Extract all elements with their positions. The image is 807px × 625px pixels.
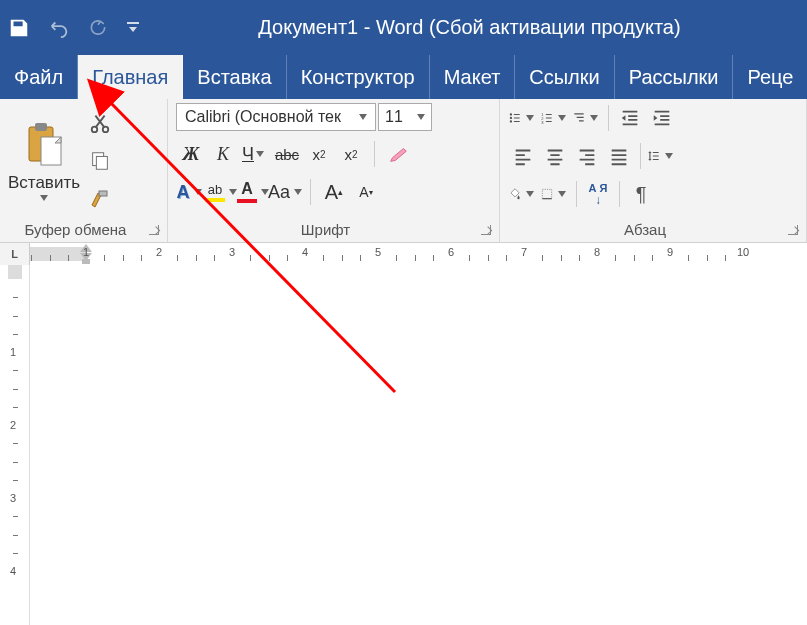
paragraph-launcher-icon[interactable] — [788, 225, 798, 235]
svg-text:3: 3 — [541, 120, 544, 125]
svg-rect-7 — [96, 156, 107, 169]
qat-customize-icon[interactable] — [126, 21, 140, 35]
tab-references[interactable]: Ссылки — [515, 55, 614, 99]
svg-point-9 — [510, 113, 512, 115]
paste-label: Вставить — [8, 173, 80, 193]
svg-point-4 — [92, 127, 98, 133]
clear-formatting-icon[interactable] — [383, 139, 413, 169]
chevron-down-icon — [294, 189, 302, 195]
chevron-down-icon — [40, 195, 48, 201]
tab-file[interactable]: Файл — [0, 55, 78, 99]
svg-point-5 — [103, 127, 109, 133]
ribbon: Вставить Буфер обмена — [0, 99, 807, 243]
tab-design[interactable]: Конструктор — [287, 55, 430, 99]
line-spacing-button[interactable] — [647, 141, 677, 171]
chevron-down-icon — [590, 115, 598, 121]
change-case-button[interactable]: Aa — [272, 177, 302, 207]
tab-mailings[interactable]: Рассылки — [615, 55, 734, 99]
clipboard-launcher-icon[interactable] — [149, 225, 159, 235]
svg-point-11 — [510, 120, 512, 122]
document-area: 1234 — [0, 265, 807, 625]
font-launcher-icon[interactable] — [481, 225, 491, 235]
paste-button[interactable]: Вставить — [8, 103, 80, 218]
group-font: Calibri (Основной тек 11 Ж К Ч abc x2 x2 — [168, 99, 500, 242]
justify-button[interactable] — [604, 141, 634, 171]
title-bar: Документ1 - Word (Сбой активации продукт… — [0, 0, 807, 55]
chevron-down-icon — [526, 115, 534, 121]
chevron-down-icon — [256, 151, 264, 157]
font-size-select[interactable]: 11 — [378, 103, 432, 131]
document-page[interactable] — [30, 265, 807, 625]
group-clipboard: Вставить Буфер обмена — [0, 99, 168, 242]
chevron-down-icon — [194, 189, 202, 195]
cut-icon[interactable] — [86, 109, 114, 137]
text-effects-button[interactable]: A — [176, 177, 206, 207]
font-color-button[interactable]: A — [240, 177, 270, 207]
tab-selector[interactable]: L — [0, 243, 30, 265]
group-paragraph: 123 А Я ↓ — [500, 99, 807, 242]
decrease-indent-button[interactable] — [615, 103, 645, 133]
ribbon-tabs: Файл Главная Вставка Конструктор Макет С… — [0, 55, 807, 99]
align-left-button[interactable] — [508, 141, 538, 171]
copy-icon[interactable] — [86, 147, 114, 175]
bold-button[interactable]: Ж — [176, 139, 206, 169]
shading-button[interactable] — [508, 179, 538, 209]
chevron-down-icon — [229, 189, 237, 195]
align-right-button[interactable] — [572, 141, 602, 171]
underline-button[interactable]: Ч — [240, 139, 270, 169]
redo-icon[interactable] — [88, 18, 108, 38]
multilevel-list-button[interactable] — [572, 103, 602, 133]
svg-rect-15 — [542, 189, 551, 198]
chevron-down-icon — [526, 191, 534, 197]
group-font-label: Шрифт — [176, 221, 475, 238]
group-clipboard-label: Буфер обмена — [8, 221, 143, 238]
tab-layout[interactable]: Макет — [430, 55, 516, 99]
numbering-button[interactable]: 123 — [540, 103, 570, 133]
tab-home[interactable]: Главная — [78, 55, 183, 99]
highlight-button[interactable]: ab — [208, 177, 238, 207]
undo-icon[interactable] — [48, 17, 70, 39]
svg-rect-8 — [99, 191, 107, 196]
chevron-down-icon — [359, 114, 367, 120]
svg-rect-2 — [35, 123, 47, 131]
grow-font-button[interactable]: A▴ — [319, 177, 349, 207]
chevron-down-icon — [558, 115, 566, 121]
shrink-font-button[interactable]: A▾ — [351, 177, 381, 207]
align-center-button[interactable] — [540, 141, 570, 171]
svg-point-10 — [510, 117, 512, 119]
tab-review[interactable]: Реце — [733, 55, 807, 99]
superscript-button[interactable]: x2 — [336, 139, 366, 169]
save-icon[interactable] — [8, 17, 30, 39]
show-marks-button[interactable]: ¶ — [626, 179, 656, 209]
italic-button[interactable]: К — [208, 139, 238, 169]
increase-indent-button[interactable] — [647, 103, 677, 133]
font-name-select[interactable]: Calibri (Основной тек — [176, 103, 376, 131]
chevron-down-icon — [558, 191, 566, 197]
bullets-button[interactable] — [508, 103, 538, 133]
svg-rect-0 — [127, 22, 139, 24]
chevron-down-icon — [417, 114, 425, 120]
chevron-down-icon — [665, 153, 673, 159]
strikethrough-button[interactable]: abc — [272, 139, 302, 169]
sort-button[interactable]: А Я ↓ — [583, 179, 613, 209]
borders-button[interactable] — [540, 179, 570, 209]
window-title: Документ1 - Word (Сбой активации продукт… — [140, 16, 799, 39]
group-paragraph-label: Абзац — [508, 221, 782, 238]
tab-insert[interactable]: Вставка — [183, 55, 286, 99]
format-painter-icon[interactable] — [86, 185, 114, 213]
subscript-button[interactable]: x2 — [304, 139, 334, 169]
horizontal-ruler[interactable]: L 12345678910 — [0, 243, 807, 265]
left-indent-marker[interactable] — [82, 259, 90, 264]
vertical-ruler[interactable]: 1234 — [0, 265, 30, 625]
